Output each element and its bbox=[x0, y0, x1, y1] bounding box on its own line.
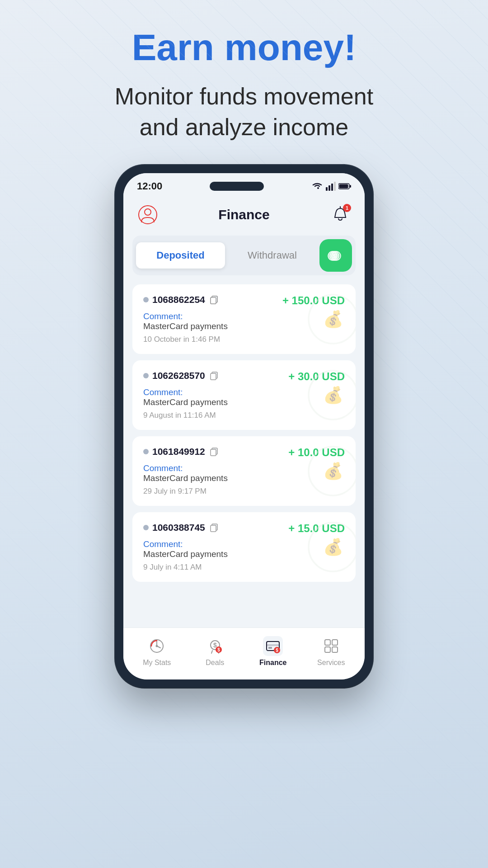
transaction-amount-3: + 10.0 USD bbox=[288, 446, 345, 459]
header-title: Finance bbox=[218, 207, 269, 222]
profile-button[interactable] bbox=[136, 203, 160, 226]
tab-selector: Deposited Withdrawal $ bbox=[132, 236, 356, 275]
svg-text:$: $ bbox=[276, 648, 278, 653]
status-dot bbox=[143, 449, 149, 454]
signal-icon bbox=[326, 182, 336, 191]
comment-value-3: MasterCard payments bbox=[143, 473, 345, 483]
nav-label-services: Services bbox=[317, 659, 345, 667]
svg-rect-31 bbox=[268, 647, 272, 649]
profile-icon bbox=[138, 205, 158, 225]
svg-point-8 bbox=[145, 209, 151, 215]
transaction-date-2: 9 August in 11:16 AM bbox=[143, 411, 345, 420]
notification-button[interactable]: 1 bbox=[328, 203, 352, 226]
comment-value-2: MasterCard payments bbox=[143, 397, 345, 407]
promo-subtitle: Monitor funds movement and analyze incom… bbox=[18, 81, 470, 142]
svg-text:$: $ bbox=[333, 253, 336, 259]
withdrawal-tab[interactable]: Withdrawal bbox=[228, 242, 317, 269]
svg-rect-22 bbox=[211, 525, 216, 532]
transaction-id-2: 1062628570 bbox=[143, 370, 219, 381]
nav-item-mystats[interactable]: My Stats bbox=[128, 636, 186, 667]
svg-text:$: $ bbox=[217, 647, 220, 652]
stats-icon bbox=[149, 638, 165, 654]
transaction-top-3: 1061849912 + 10.0 USD bbox=[143, 446, 345, 459]
promo-title: Earn money! bbox=[18, 27, 470, 68]
table-row: 1061849912 + 10.0 USD Comment: MasterCar… bbox=[132, 436, 356, 506]
comment-value-4: MasterCard payments bbox=[143, 549, 345, 559]
svg-rect-16 bbox=[211, 297, 216, 304]
services-icon-wrapper bbox=[321, 636, 341, 656]
nav-item-deals[interactable]: $ $ Deals bbox=[186, 636, 244, 667]
services-icon bbox=[323, 638, 339, 654]
comment-label-3: Comment: bbox=[143, 463, 345, 473]
transaction-amount-2: + 30.0 USD bbox=[288, 370, 345, 383]
table-row: 1062628570 + 30.0 USD Comment: MasterCar… bbox=[132, 360, 356, 430]
phone-frame: 12:00 bbox=[115, 165, 373, 688]
phone-notch bbox=[210, 182, 264, 191]
svg-rect-5 bbox=[339, 184, 348, 189]
svg-rect-6 bbox=[350, 185, 351, 188]
transaction-id-4: 1060388745 bbox=[143, 522, 219, 533]
finance-icon-wrapper: $ bbox=[263, 636, 283, 656]
transaction-top-1: 1068862254 + 150.0 USD bbox=[143, 294, 345, 307]
copy-icon[interactable] bbox=[209, 523, 219, 533]
battery-icon bbox=[338, 183, 351, 190]
nav-item-finance[interactable]: $ Finance bbox=[244, 636, 302, 667]
transaction-date-4: 9 July in 4:11 AM bbox=[143, 563, 345, 572]
deposited-tab[interactable]: Deposited bbox=[136, 242, 225, 269]
svg-rect-20 bbox=[211, 449, 216, 456]
status-dot bbox=[143, 297, 149, 302]
nav-label-mystats: My Stats bbox=[143, 659, 171, 667]
copy-icon[interactable] bbox=[209, 447, 219, 457]
svg-rect-3 bbox=[334, 182, 336, 191]
transaction-list: 1068862254 + 150.0 USD Comment: MasterCa… bbox=[123, 284, 365, 588]
svg-rect-34 bbox=[325, 640, 330, 645]
nav-item-services[interactable]: Services bbox=[302, 636, 361, 667]
bottom-nav: My Stats $ $ Deals bbox=[123, 627, 365, 679]
status-dot bbox=[143, 525, 149, 530]
svg-rect-37 bbox=[332, 647, 338, 652]
coin-action-button[interactable]: $ bbox=[319, 239, 352, 272]
svg-point-24 bbox=[156, 645, 158, 647]
svg-rect-35 bbox=[332, 640, 338, 645]
nav-label-deals: Deals bbox=[206, 659, 224, 667]
app-header: Finance 1 bbox=[123, 196, 365, 236]
deals-icon-wrapper: $ $ bbox=[205, 636, 225, 656]
table-row: 1060388745 + 15.0 USD Comment: MasterCar… bbox=[132, 512, 356, 582]
transaction-date-3: 29 July in 9:17 PM bbox=[143, 487, 345, 496]
transaction-top-4: 1060388745 + 15.0 USD bbox=[143, 522, 345, 535]
finance-icon: $ bbox=[265, 638, 281, 654]
svg-rect-2 bbox=[331, 184, 333, 191]
copy-icon[interactable] bbox=[209, 295, 219, 305]
comment-label-4: Comment: bbox=[143, 539, 345, 549]
transaction-top-2: 1062628570 + 30.0 USD bbox=[143, 370, 345, 383]
table-row: 1068862254 + 150.0 USD Comment: MasterCa… bbox=[132, 284, 356, 354]
coin-icon: $ bbox=[326, 246, 345, 265]
phone-screen: 12:00 bbox=[123, 173, 365, 679]
copy-icon[interactable] bbox=[209, 371, 219, 381]
transaction-amount-4: + 15.0 USD bbox=[288, 522, 345, 535]
status-icons bbox=[311, 182, 351, 191]
deals-icon: $ $ bbox=[207, 638, 223, 654]
wifi-icon bbox=[311, 182, 323, 191]
svg-rect-0 bbox=[326, 187, 328, 191]
nav-label-finance: Finance bbox=[259, 659, 286, 667]
phone-wrapper: 12:00 bbox=[0, 165, 488, 688]
status-dot bbox=[143, 373, 149, 378]
transaction-date-1: 10 October in 1:46 PM bbox=[143, 335, 345, 344]
comment-value-1: MasterCard payments bbox=[143, 321, 345, 331]
promo-section: Earn money! Monitor funds movement and a… bbox=[0, 0, 488, 165]
svg-rect-1 bbox=[328, 185, 330, 191]
svg-rect-36 bbox=[325, 647, 330, 652]
comment-label-2: Comment: bbox=[143, 387, 345, 397]
stats-icon-wrapper bbox=[147, 636, 167, 656]
status-time: 12:00 bbox=[137, 180, 162, 192]
svg-rect-18 bbox=[211, 373, 216, 380]
svg-rect-30 bbox=[267, 644, 279, 646]
transaction-id-1: 1068862254 bbox=[143, 294, 219, 305]
transaction-amount-1: + 150.0 USD bbox=[282, 294, 345, 307]
status-bar: 12:00 bbox=[123, 173, 365, 196]
comment-label-1: Comment: bbox=[143, 311, 345, 321]
transaction-id-3: 1061849912 bbox=[143, 446, 219, 457]
